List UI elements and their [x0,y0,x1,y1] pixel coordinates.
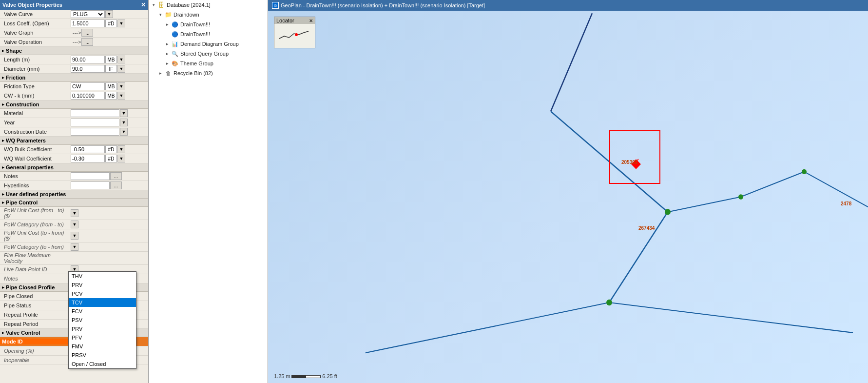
notes-btn[interactable]: ... [110,172,122,180]
pipe-status-label: Pipe Status [0,302,71,308]
repeat-profile-label: Repeat Profile [0,312,71,318]
tree-database[interactable]: ▾ 🗄 Database [2024.1] [149,0,268,10]
diameter-row: Diameter (mm) IF ▼ [0,64,148,74]
stored-query-icon: 🔍 [171,50,179,58]
construction-date-dropdown[interactable]: ▼ [120,128,128,136]
properties-panel: Valve Object Properties ✕ Valve Curve PL… [0,0,149,383]
live-data-point-id-label: Live Data Point ID [0,266,71,272]
dd-item-pcv[interactable]: PCV [69,289,136,298]
recycle-bin-icon: 🗑 [164,69,172,77]
shape-section-header[interactable]: ▸ Shape [0,47,148,55]
hyperlinks-btn[interactable]: ... [110,181,122,189]
tree-draintown1[interactable]: ▸ 🔵 DrainTown!!! [149,20,268,29]
mode-id-label: Mode ID [0,339,71,344]
valve-operation-row: Valve Operation ---> ... [0,38,148,47]
dd-item-prsv[interactable]: PRSV [69,351,136,360]
pipe-control-toggle-icon: ▸ [2,200,4,205]
map-svg [268,11,868,383]
svg-line-6 [741,172,804,197]
shape-section-label: Shape [6,48,22,54]
material-input[interactable] [71,109,119,117]
tree-demand-diagram[interactable]: ▸ 📊 Demand Diagram Group [149,39,268,49]
pow-category-to-from-dropdown[interactable]: ▼ [71,243,78,251]
length-input[interactable] [71,56,105,63]
svg-point-11 [802,169,807,174]
wq-bulk-input[interactable] [71,145,105,153]
tree-recycle-bin-label: Recycle Bin (82) [174,70,213,76]
hyperlinks-input[interactable] [71,181,110,189]
year-dropdown[interactable]: ▼ [120,119,128,126]
panel-title: Valve Object Properties [2,2,62,8]
dd-item-prv[interactable]: PRV [69,281,136,289]
tree-database-label: Database [2024.1] [167,2,211,8]
locator-close-icon[interactable]: ✕ [309,18,313,23]
cw-k-row: CW - k (mm) MB ▼ [0,91,148,101]
valve-graph-row: Valve Graph ---> ... [0,28,148,38]
tree-theme-group-label: Theme Group [180,60,213,66]
construction-section-header[interactable]: ▸ Construction [0,101,148,109]
material-dropdown[interactable]: ▼ [120,109,128,117]
year-input[interactable] [71,119,119,126]
wq-toggle-icon: ▸ [2,138,4,143]
map-scale: 1.25 m 6.25 ft [274,373,337,379]
dd-item-tcv[interactable]: TCV [69,298,136,307]
year-row: Year ▼ [0,118,148,127]
wq-wall-input[interactable] [71,155,105,162]
wq-bulk-row: WQ Bulk Coefficient #D ▼ [0,145,148,154]
valve-operation-btn[interactable]: ... [81,38,93,46]
wq-wall-dropdown[interactable]: ▼ [117,155,125,162]
map-titlebar: G GeoPlan - DrainTown!!! (scenario Isola… [268,0,868,11]
length-label: Length (m) [0,57,71,62]
tree-recycle-bin[interactable]: ▸ 🗑 Recycle Bin (82) [149,68,268,78]
dd-item-thv[interactable]: THV [69,272,136,281]
construction-toggle-icon: ▸ [2,102,4,107]
pipe-control-section-header[interactable]: ▸ Pipe Control [0,199,148,207]
loss-coeff-dropdown[interactable]: ▼ [117,20,125,27]
valve-graph-arrow: ---> [71,30,81,36]
loss-coeff-input[interactable] [71,20,105,27]
loss-coeff-label: Loss Coeff. (Open) [0,20,71,26]
general-section-header[interactable]: ▸ General properties [0,163,148,172]
length-dropdown[interactable]: ▼ [117,56,125,63]
valve-graph-btn[interactable]: ... [81,29,93,37]
notes-input[interactable] [71,172,110,180]
pow-unit-cost-from-to-dropdown[interactable]: ▼ [71,209,78,217]
tree-stored-query[interactable]: ▸ 🔍 Stored Query Group [149,49,268,59]
svg-line-7 [804,172,868,207]
valve-curve-dropdown[interactable]: ▼ [105,10,113,18]
friction-type-input[interactable] [71,82,105,90]
tree-draindown[interactable]: ▾ 📁 Draindown [149,10,268,20]
svg-point-9 [606,300,612,305]
svg-line-2 [609,212,668,302]
friction-section-header[interactable]: ▸ Friction [0,74,148,82]
mode-id-dropdown-popup[interactable]: THV PRV PCV TCV FCV PSV PRV PFV FMV PRSV… [68,271,136,369]
valve-curve-select[interactable]: PLUG [71,10,105,18]
pow-category-from-to-dropdown[interactable]: ▼ [71,221,78,228]
dd-item-prv2[interactable]: PRV [69,324,136,333]
map-canvas[interactable]: Locator ✕ 205301 267434 2478 1.25 m 6.25… [268,11,868,383]
wq-section-header[interactable]: ▸ WQ Parameters [0,137,148,145]
draintown2-icon: 🔵 [171,30,179,38]
cw-k-dropdown[interactable]: ▼ [117,92,125,100]
pow-unit-cost-from-to-label: PoW Unit Cost (from - to) ($/ [0,207,71,219]
user-defined-section-header[interactable]: ▸ User defined properties [0,190,148,199]
cw-k-input[interactable] [71,92,105,100]
dd-item-fcv[interactable]: FCV [69,307,136,316]
dd-item-psv[interactable]: PSV [69,316,136,324]
tree-draintown2-expand [163,30,171,38]
dd-item-pfv[interactable]: PFV [69,333,136,342]
dd-item-fmv[interactable]: FMV [69,342,136,351]
diameter-input[interactable] [71,65,105,73]
wq-bulk-dropdown[interactable]: ▼ [117,145,125,153]
tree-theme-group[interactable]: ▸ 🎨 Theme Group [149,59,268,68]
friction-type-dropdown[interactable]: ▼ [117,82,125,90]
cw-k-badge: MB [105,92,117,100]
close-icon[interactable]: ✕ [141,1,146,8]
shape-toggle-icon: ▸ [2,48,4,53]
pow-unit-cost-to-from-dropdown[interactable]: ▼ [71,232,78,240]
diameter-dropdown[interactable]: ▼ [117,65,125,73]
construction-date-input[interactable] [71,128,119,136]
tree-panel: ▾ 🗄 Database [2024.1] ▾ 📁 Draindown ▸ 🔵 … [149,0,268,383]
dd-item-open-closed[interactable]: Open / Closed [69,360,136,368]
tree-draintown2[interactable]: 🔵 DrainTown!!! [149,29,268,39]
